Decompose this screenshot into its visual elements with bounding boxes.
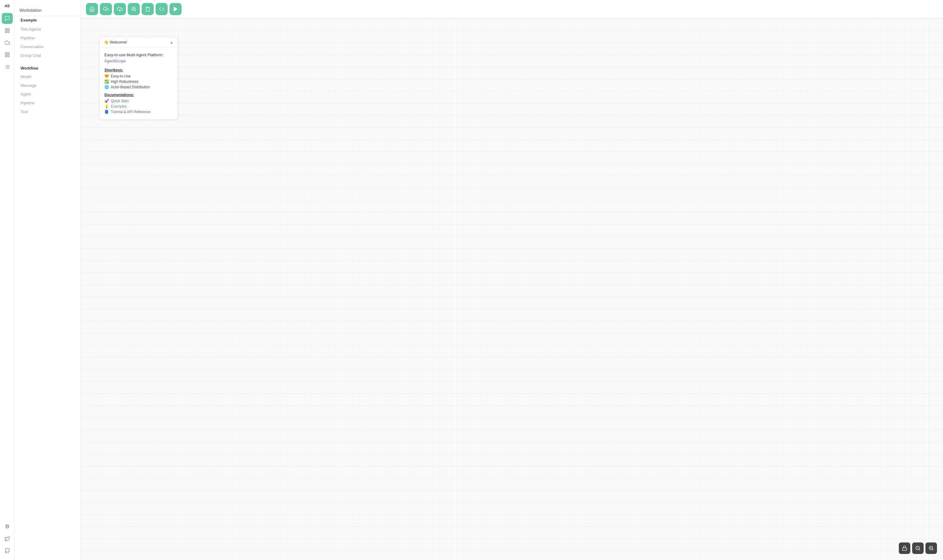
example-section: Example Two Agents Pipeline Conversation…	[14, 16, 81, 60]
shortkeys-label: Shortkeys:	[104, 68, 173, 72]
home-button[interactable]	[86, 3, 98, 15]
sidebar-item-pipeline[interactable]: Pipeline	[14, 98, 81, 107]
svg-line-18	[135, 10, 136, 11]
headline-text: Easy-to-use Multi-Agent Platform:	[104, 52, 163, 57]
nav-icon-dashboard[interactable]	[2, 49, 13, 60]
welcome-card-body: Easy-to-use Multi-Agent Platform: AgentS…	[100, 48, 177, 120]
svg-rect-6	[8, 55, 9, 57]
icon-sidebar: AS	[0, 0, 14, 560]
window-title: Workstation	[14, 5, 81, 16]
svg-line-24	[919, 549, 920, 550]
doc-quickstart: 🚀 Quick Start	[104, 99, 173, 103]
svg-point-14	[8, 526, 8, 527]
docs-label: Documentations:	[104, 93, 173, 97]
nav-icon-twitter[interactable]	[2, 533, 13, 544]
examples-link[interactable]: Examples	[111, 104, 127, 109]
toolbar	[81, 0, 943, 18]
tutorial-link[interactable]: Tutorial & API Reference	[111, 110, 151, 114]
example-section-title: Example	[14, 16, 81, 24]
svg-rect-1	[8, 28, 9, 30]
main-sidebar: Workstation Example Two Agents Pipeline …	[14, 0, 81, 560]
sidebar-item-group-chat[interactable]: Group Chat	[14, 51, 81, 60]
welcome-card: 👋 Welcome! ▲ Easy-to-use Multi-Agent Pla…	[99, 37, 178, 120]
welcome-card-title: 👋 Welcome!	[104, 40, 127, 45]
svg-point-13	[6, 526, 7, 527]
collapse-button[interactable]: ▲	[170, 40, 173, 45]
download-button[interactable]	[114, 3, 126, 15]
actor-text: Actor-Based Distribution	[111, 85, 150, 89]
examples-icon: 💡	[104, 104, 109, 109]
sidebar-item-conversation[interactable]: Conversation	[14, 42, 81, 51]
actor-icon: 🌐	[104, 85, 109, 89]
doc-examples: 💡 Examples	[104, 104, 173, 109]
shortkey-actor: 🌐 Actor-Based Distribution	[104, 85, 173, 89]
easy-icon: 🧡	[104, 74, 109, 78]
agentscope-link[interactable]: AgentScope	[104, 58, 126, 63]
sidebar-item-model[interactable]: Model	[14, 72, 81, 81]
zoom-fit-button[interactable]	[128, 3, 140, 15]
zoom-controls	[899, 543, 937, 554]
sidebar-item-message[interactable]: Message	[14, 81, 81, 90]
run-button[interactable]	[170, 3, 182, 15]
sidebar-item-two-agents[interactable]: Two Agents	[14, 25, 81, 34]
welcome-headline: Easy-to-use Multi-Agent Platform: AgentS…	[104, 52, 173, 64]
nav-icon-grid[interactable]	[2, 25, 13, 36]
svg-rect-0	[5, 28, 7, 30]
app-logo: AS	[5, 4, 10, 8]
nav-icon-github[interactable]	[2, 546, 13, 556]
zoom-in-button[interactable]	[926, 543, 937, 554]
sidebar-item-agent[interactable]: Agent	[14, 90, 81, 98]
welcome-card-header: 👋 Welcome! ▲	[100, 37, 177, 48]
nav-icon-list[interactable]	[2, 62, 13, 72]
easy-text: Easy-to-Use	[111, 74, 131, 78]
nav-icon-cloud[interactable]	[2, 37, 13, 48]
grid-canvas[interactable]: 👋 Welcome! ▲ Easy-to-use Multi-Agent Pla…	[81, 18, 943, 560]
svg-rect-4	[5, 52, 9, 54]
delete-button[interactable]	[142, 3, 154, 15]
svg-rect-5	[5, 55, 7, 57]
code-button[interactable]	[156, 3, 168, 15]
svg-rect-2	[5, 31, 7, 33]
zoom-out-button[interactable]	[912, 543, 924, 554]
shortkey-robust: ✅ High Robustness	[104, 80, 173, 84]
svg-rect-22	[903, 548, 907, 550]
tutorial-icon: 📘	[104, 110, 109, 114]
robust-icon: ✅	[104, 80, 109, 84]
svg-marker-21	[174, 7, 177, 11]
svg-line-27	[932, 549, 933, 550]
upload-button[interactable]	[100, 3, 112, 15]
doc-tutorial: 📘 Tutorial & API Reference	[104, 110, 173, 114]
svg-rect-3	[8, 31, 9, 33]
sidebar-item-pipeline[interactable]: Pipeline	[14, 34, 81, 42]
robust-text: High Robustness	[111, 80, 138, 84]
lock-button[interactable]	[899, 543, 910, 554]
quickstart-icon: 🚀	[104, 99, 109, 103]
quickstart-link[interactable]: Quick Start	[111, 99, 129, 103]
workflow-section: Workflow Model Message Agent Pipeline To…	[14, 62, 81, 116]
nav-icon-discord[interactable]	[2, 521, 13, 532]
shortkey-easy: 🧡 Easy-to-Use	[104, 74, 173, 78]
sidebar-item-tool[interactable]: Tool	[14, 107, 81, 116]
workflow-section-title: Workflow	[14, 62, 81, 72]
canvas-area: 👋 Welcome! ▲ Easy-to-use Multi-Agent Pla…	[81, 0, 943, 560]
nav-icon-chat[interactable]	[2, 13, 13, 24]
